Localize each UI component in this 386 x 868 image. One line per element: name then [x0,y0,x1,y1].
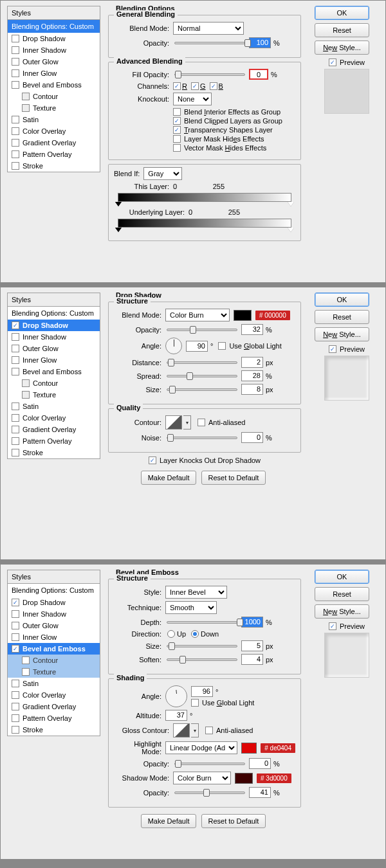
styles-row[interactable]: Pattern Overlay [8,149,100,160]
styles-row[interactable]: Drop Shadow [8,33,100,44]
styles-row[interactable]: Gradient Overlay [8,701,100,712]
depth-input[interactable]: 1000 [241,617,263,628]
soften-slider[interactable] [167,658,237,661]
depth-slider[interactable] [167,621,237,624]
size-input[interactable]: 8 [241,384,263,395]
direction-up-radio[interactable] [167,630,175,638]
checkbox-icon[interactable] [12,610,19,618]
color-swatch[interactable] [234,310,252,321]
noise-input[interactable]: 0 [241,432,263,443]
checkbox-icon[interactable] [12,645,19,653]
this-layer-gradient[interactable] [118,193,291,202]
styles-row-blending-options[interactable]: Blending Options: Custom [8,584,100,597]
checkbox-icon[interactable] [12,139,19,147]
spread-slider[interactable] [167,375,237,377]
styles-row[interactable]: Contour [8,655,100,666]
styles-row-blending-options[interactable]: Blending Options: Custom [8,307,100,320]
new-style-button[interactable]: New Style... [315,41,369,55]
checkbox-icon[interactable] [12,58,19,66]
reset-button[interactable]: Reset [315,23,369,37]
checkbox-icon[interactable] [12,162,19,170]
styles-row[interactable]: Gradient Overlay [8,137,100,149]
checkbox-icon[interactable] [12,368,19,375]
antialias-checkbox[interactable] [205,727,213,734]
checkbox-icon[interactable] [22,668,30,676]
styles-row[interactable]: Outer Glow [8,343,100,354]
checkbox-icon[interactable] [12,321,19,329]
checkbox-icon[interactable] [22,656,30,664]
styles-row[interactable]: Stroke [8,160,100,172]
blend-if-select[interactable]: Gray [143,167,182,180]
styles-row[interactable]: Contour [8,91,100,102]
styles-row[interactable]: Stroke [8,447,100,458]
styles-row[interactable]: Color Overlay [8,125,100,137]
contour-dropdown[interactable]: ▾ [183,415,191,429]
checkbox-icon[interactable] [12,680,19,687]
checkbox-icon[interactable] [12,356,19,364]
underlying-gradient[interactable] [118,219,291,228]
checkbox-icon[interactable] [12,69,19,77]
styles-row[interactable]: Pattern Overlay [8,712,100,724]
styles-row[interactable]: Outer Glow [8,56,100,68]
option-checkbox[interactable] [173,126,181,134]
new-style-button[interactable]: New Style... [315,604,369,619]
option-checkbox[interactable] [173,108,181,116]
option-checkbox[interactable] [173,144,181,152]
styles-row[interactable]: Inner Glow [8,354,100,366]
shadow-color-swatch[interactable] [235,773,253,784]
fill-opacity-input[interactable]: 0 [249,69,268,80]
checkbox-icon[interactable] [12,127,19,135]
styles-row[interactable]: Bevel and Emboss [8,79,100,91]
checkbox-icon[interactable] [12,35,19,42]
styles-row[interactable]: Inner Shadow [8,608,100,620]
checkbox-icon[interactable] [12,46,19,54]
checkbox-icon[interactable] [12,691,19,699]
ok-button[interactable]: OK [315,6,369,20]
opacity-slider[interactable] [167,329,237,331]
styles-row[interactable]: Satin [8,401,100,412]
make-default-button[interactable]: Make Default [141,471,197,485]
styles-row[interactable]: Drop Shadow [8,597,100,608]
styles-row[interactable]: Texture [8,102,100,114]
reset-button[interactable]: Reset [315,310,369,324]
ok-button[interactable]: OK [315,293,369,307]
shadow-opacity-slider[interactable] [174,791,245,794]
styles-row[interactable]: Satin [8,114,100,125]
styles-row[interactable]: Inner Glow [8,631,100,643]
use-global-light-checkbox[interactable] [191,699,199,707]
styles-row[interactable]: Texture [8,666,100,678]
size-slider[interactable] [167,645,237,647]
blend-mode-select[interactable]: Color Burn [165,309,230,321]
checkbox-icon[interactable] [12,703,19,710]
styles-row[interactable]: Color Overlay [8,689,100,701]
preview-checkbox[interactable] [329,345,336,353]
checkbox-icon[interactable] [12,426,19,433]
checkbox-icon[interactable] [12,437,19,445]
use-global-light-checkbox[interactable] [218,342,226,350]
ok-button[interactable]: OK [315,570,369,584]
reset-default-button[interactable]: Reset to Default [201,471,266,485]
checkbox-icon[interactable] [12,150,19,158]
blend-mode-select[interactable]: Normal [173,22,244,35]
checkbox-icon[interactable] [12,633,19,641]
style-select[interactable]: Inner Bevel [165,586,227,599]
altitude-input[interactable]: 37 [165,710,187,721]
checkbox-icon[interactable] [22,379,30,387]
styles-row[interactable]: Pattern Overlay [8,435,100,447]
opacity-input[interactable]: 32 [241,324,263,335]
styles-row[interactable]: Satin [8,678,100,689]
checkbox-icon[interactable] [12,414,19,422]
checkbox-icon[interactable] [12,714,19,722]
contour-swatch[interactable] [165,415,182,429]
styles-row-blending-options[interactable]: Blending Options: Custom [8,20,100,33]
checkbox-icon[interactable] [12,81,19,89]
knockout-select[interactable]: None [173,93,212,105]
styles-row[interactable]: Inner Glow [8,68,100,79]
reset-default-button[interactable]: Reset to Default [201,814,266,828]
soften-input[interactable]: 4 [241,654,263,665]
distance-slider[interactable] [167,361,237,364]
styles-row[interactable]: Gradient Overlay [8,424,100,435]
fill-opacity-slider[interactable] [174,73,245,76]
checkbox-icon[interactable] [12,402,19,410]
styles-row[interactable]: Inner Shadow [8,44,100,56]
